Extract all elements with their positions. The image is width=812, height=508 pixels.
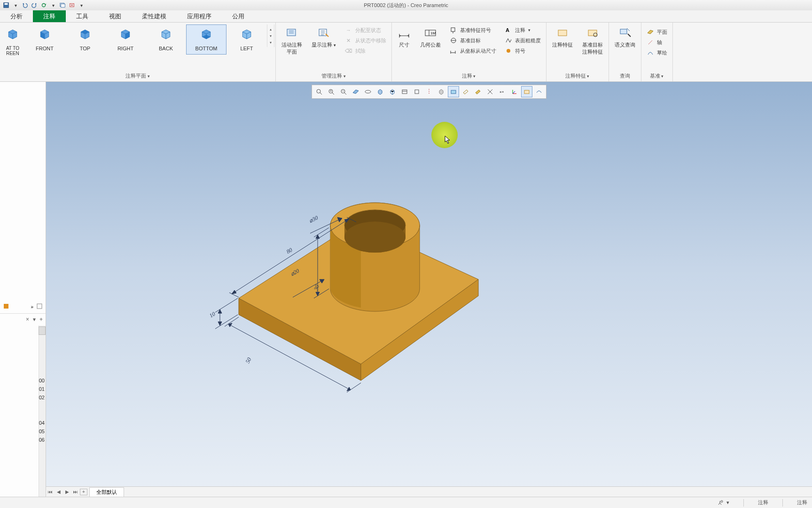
annot-feature-button[interactable]: 注释特征 xyxy=(547,24,578,50)
redo-icon[interactable] xyxy=(30,1,39,9)
group-annotate: 尺寸 1M 几何公差 基准特征符号 基准目标 从坐标从动尺寸 A注释▾ 表面粗糙… xyxy=(392,23,547,81)
next-tab-icon[interactable]: ▶ xyxy=(63,489,71,494)
tab-apps[interactable]: 应用程序 xyxy=(177,10,222,22)
annot-label-button[interactable]: A注释▾ xyxy=(503,25,542,35)
group-label[interactable]: 注释平面 xyxy=(125,73,150,79)
view-front[interactable]: FRONT xyxy=(24,24,65,55)
tab-flex[interactable]: 柔性建模 xyxy=(132,10,177,22)
spin-icon[interactable] xyxy=(362,86,374,97)
last-tab-icon[interactable]: ⏭ xyxy=(71,489,80,494)
first-tab-icon[interactable]: ⏮ xyxy=(46,489,55,494)
dropdown-icon[interactable]: ▾ xyxy=(11,1,20,9)
perspective-icon[interactable] xyxy=(387,86,398,97)
add-tab-icon[interactable]: + xyxy=(80,489,87,495)
undo-icon[interactable] xyxy=(21,1,29,9)
tree-item[interactable]: 00 xyxy=(39,376,45,385)
tab-annotate[interactable]: 注释 xyxy=(33,10,66,22)
show-annot-button[interactable]: 显示注释 xyxy=(307,24,341,50)
status-mode2: 注释 xyxy=(797,499,807,506)
annotation-display-icon[interactable] xyxy=(521,86,532,97)
tree-scroll-thumb[interactable] xyxy=(39,326,46,335)
tol-display-icon[interactable] xyxy=(484,86,496,97)
geom-tol-button[interactable]: 1M 几何公差 xyxy=(415,24,445,50)
feature-symbol-button[interactable]: 基准特征符号 xyxy=(448,25,498,35)
axis-display-icon[interactable] xyxy=(423,86,435,97)
view-bottom[interactable]: BOTTOM xyxy=(186,24,226,55)
tree-item[interactable]: 05 xyxy=(39,427,45,436)
view-right[interactable]: RIGHT xyxy=(105,24,146,55)
view-tabs: ⏮ ◀ ▶ ⏭ + 全部默认 xyxy=(46,486,812,497)
annot-display-icon[interactable] xyxy=(472,86,484,97)
gallery-spinner[interactable]: ▴▾▾ xyxy=(267,24,274,47)
tree-icon[interactable] xyxy=(3,303,9,311)
wipe-button: ⌫拭除 xyxy=(344,46,388,56)
display-style-icon[interactable] xyxy=(375,86,386,97)
svg-point-15 xyxy=(507,49,510,53)
tab-view[interactable]: 视图 xyxy=(99,10,132,22)
plane-display-icon[interactable] xyxy=(460,86,471,97)
tab-analysis[interactable]: 分析 xyxy=(0,10,33,22)
saved-views-icon[interactable] xyxy=(399,86,410,97)
tree-item[interactable]: 04 xyxy=(39,419,45,427)
collapse-icon[interactable]: ▾ xyxy=(33,316,36,323)
group-label[interactable]: 基准 xyxy=(650,73,664,79)
view-state-tab[interactable]: 全部默认 xyxy=(89,487,124,497)
svg-point-23 xyxy=(317,89,320,93)
zoom-out-icon[interactable]: − xyxy=(338,86,349,97)
view-top[interactable]: TOP xyxy=(65,24,105,55)
view-back[interactable]: BACK xyxy=(146,24,186,55)
symbol-button[interactable]: 符号 xyxy=(503,46,542,56)
regenerate-icon[interactable] xyxy=(39,1,48,9)
tab-common[interactable]: 公用 xyxy=(222,10,255,22)
tree-items: 00 01 02 04 05 06 xyxy=(39,376,45,444)
dropdown-icon[interactable]: ▾ xyxy=(77,1,86,9)
spline-icon[interactable] xyxy=(533,86,545,97)
tree-settings-icon[interactable] xyxy=(36,303,43,311)
csys-icon[interactable] xyxy=(509,86,520,97)
zoom-in-icon[interactable]: + xyxy=(326,86,337,97)
close-icon[interactable]: × xyxy=(26,316,29,323)
group-datum: 平面 轴 草绘 基准 xyxy=(641,23,673,81)
close-window-icon[interactable] xyxy=(68,1,76,9)
tree-item[interactable]: 01 xyxy=(39,385,45,393)
view-left[interactable]: LEFT xyxy=(226,24,267,55)
svg-line-24 xyxy=(320,93,322,95)
sketch-button[interactable]: 草绘 xyxy=(645,48,669,57)
plane-button[interactable]: 平面 xyxy=(645,27,669,37)
prev-tab-icon[interactable]: ◀ xyxy=(55,489,63,494)
3d-viewport[interactable]: + − ×+ xyxy=(46,82,812,497)
svg-line-42 xyxy=(513,91,515,94)
surface-finish-button[interactable]: 表面粗糙度 xyxy=(503,36,542,45)
point-display-icon[interactable] xyxy=(436,86,447,97)
csys-display-icon[interactable] xyxy=(448,86,459,97)
datum-target-button[interactable]: 基准目标 xyxy=(448,36,498,45)
view-label: BACK xyxy=(159,46,173,51)
status-find[interactable]: ▾ xyxy=(717,500,729,506)
group-annot-feature: 注释特征 基准目标注释特征 注释特征 xyxy=(547,23,609,81)
driven-dim-button[interactable]: 从坐标从动尺寸 xyxy=(448,46,498,56)
tree-chevrons-icon[interactable]: » xyxy=(31,304,33,310)
active-annot-plane-button[interactable]: 活动注释平面 xyxy=(277,24,307,57)
tab-tools[interactable]: 工具 xyxy=(66,10,99,22)
svg-rect-4 xyxy=(61,4,65,7)
view-flat-to-screen[interactable]: AT TOREEN xyxy=(1,24,24,59)
datum-display-icon[interactable] xyxy=(411,86,422,97)
group-label[interactable]: 注释特征 xyxy=(565,73,590,79)
repaint-icon[interactable] xyxy=(350,86,361,97)
group-label[interactable]: 注释 xyxy=(462,73,476,79)
zoom-fit-icon[interactable] xyxy=(313,86,325,97)
add-icon[interactable]: + xyxy=(39,316,43,323)
view-label: AT TOREEN xyxy=(6,46,19,56)
axis-button[interactable]: 轴 xyxy=(645,38,669,47)
tree-item[interactable]: 06 xyxy=(39,436,45,444)
save-icon[interactable] xyxy=(2,1,10,9)
remove-state-button: ✕从状态中移除 xyxy=(344,36,388,45)
window-icon[interactable] xyxy=(58,1,67,9)
dimension-button[interactable]: 尺寸 xyxy=(393,24,415,50)
semantic-query-button[interactable]: 语义查询 xyxy=(610,24,640,50)
datum-target-feat-button[interactable]: 基准目标注释特征 xyxy=(578,24,608,57)
group-label[interactable]: 管理注释 xyxy=(321,73,346,79)
dropdown-icon[interactable]: ▾ xyxy=(49,1,57,9)
tree-item[interactable]: 02 xyxy=(39,393,45,402)
note-display-icon[interactable]: ×+ xyxy=(497,86,508,97)
